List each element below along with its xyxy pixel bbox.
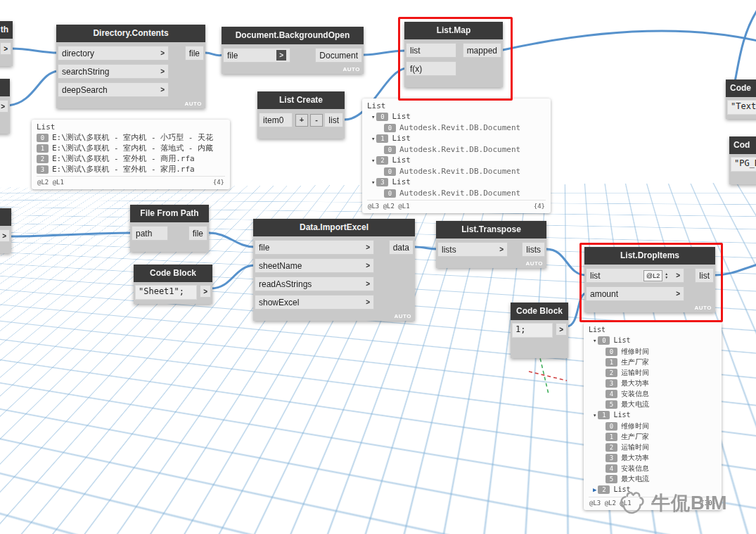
node-document-backgroundopen[interactable]: Document.BackgroundOpen file> Document A… (222, 27, 364, 74)
node-data-importexcel[interactable]: Data.ImportExcel file> sheetName> readAs… (253, 219, 415, 321)
index-badge: 4 (606, 464, 617, 473)
preview-root-label: List (367, 101, 546, 111)
port-input-directory[interactable]: directory> (58, 46, 169, 61)
node-title[interactable]: Document.BackgroundOpen (222, 27, 364, 44)
port-input-function[interactable]: f(x) (406, 61, 456, 76)
preview-root-label: List (589, 324, 717, 335)
node-list-map[interactable]: List.Map list f(x) mapped (404, 22, 503, 87)
port-input-sheetname[interactable]: sheetName> (255, 258, 374, 273)
port-input-amount[interactable]: amount> (586, 286, 684, 301)
node-code-right-top[interactable]: Code "Text (726, 80, 756, 119)
preview-root-label: List (37, 122, 225, 132)
node-fragment-left-mid[interactable]: > (0, 79, 10, 134)
port-input-list[interactable]: list @L2 ▲ ▼ > (586, 268, 684, 283)
wire[interactable] (503, 31, 756, 50)
wire[interactable] (8, 71, 58, 106)
node-title[interactable]: List.Transpose (436, 221, 546, 239)
index-badge: 3 (606, 379, 617, 388)
node-title[interactable]: Code Block (511, 303, 568, 320)
collapse-icon[interactable]: ▶ (593, 486, 596, 493)
port-input-lists[interactable]: lists> (437, 242, 508, 257)
node-title[interactable]: List.Map (404, 22, 503, 39)
port-input-readasstrings[interactable]: readAsStrings> (255, 276, 374, 291)
index-badge: 3 (376, 178, 388, 186)
node-title[interactable]: Code Block (134, 265, 212, 282)
node-code-right-bottom[interactable]: Cod "PG_DA (729, 136, 756, 184)
list-level-badge[interactable]: @L2 (643, 270, 662, 281)
index-badge: 2 (37, 155, 49, 163)
port-output[interactable]: > (0, 100, 8, 113)
code-block-editor[interactable]: 1; (512, 323, 553, 338)
port-output-list[interactable]: list (324, 113, 343, 127)
expand-icon[interactable]: ▾ (593, 412, 596, 419)
wire[interactable] (715, 265, 756, 275)
expand-icon[interactable]: ▾ (371, 157, 375, 164)
port-arrow-icon: > (366, 243, 370, 251)
port-arrow-icon: > (160, 49, 165, 57)
port-output-list[interactable]: list (695, 268, 714, 283)
level-stepper[interactable]: ▲ ▼ (665, 272, 668, 279)
port-input-item0[interactable]: item0 (259, 113, 293, 127)
port-output-mapped[interactable]: mapped (463, 43, 501, 58)
port-output-lists[interactable]: lists (522, 242, 545, 257)
wire[interactable] (364, 51, 406, 55)
node-title[interactable]: List Create (257, 91, 345, 109)
node-title[interactable]: Cod (729, 136, 756, 154)
wire[interactable] (567, 293, 586, 326)
node-code-block-one[interactable]: Code Block 1; > (511, 303, 568, 358)
port-output-file[interactable]: file (188, 226, 207, 241)
port-output[interactable]: > (556, 323, 567, 336)
wire[interactable] (209, 233, 255, 247)
node-list-dropitems[interactable]: List.DropItems list @L2 ▲ ▼ > amount> (584, 247, 715, 312)
node-title[interactable]: Directory.Contents (56, 25, 205, 42)
wire[interactable] (546, 249, 586, 275)
stepper-down-icon[interactable]: ▼ (665, 276, 668, 279)
port-arrow-icon: > (366, 298, 370, 306)
code-block-editor[interactable]: "Sheet1"; (135, 285, 197, 300)
port-output-data[interactable]: data (389, 240, 414, 255)
node-fragment-left-top[interactable]: th > (0, 21, 13, 66)
port-input-file[interactable]: file> (223, 48, 290, 63)
expand-icon[interactable]: ▾ (371, 113, 375, 120)
port-input-deepsearch[interactable]: deepSearch> (58, 82, 169, 97)
lacing-label: AUTO (525, 260, 543, 267)
node-list-create[interactable]: List Create item0 + - list (257, 91, 345, 139)
wire[interactable] (205, 53, 223, 56)
port-input-path[interactable]: path (132, 226, 168, 241)
index-badge: 0 (376, 113, 388, 121)
remove-input-button[interactable]: - (310, 114, 323, 127)
port-output[interactable]: > (0, 229, 10, 242)
lacing-label: AUTO (394, 313, 411, 319)
wire[interactable] (11, 49, 58, 53)
node-title[interactable]: Data.ImportExcel (253, 219, 415, 236)
port-input-list[interactable]: list (406, 43, 456, 58)
expand-icon[interactable]: ▾ (371, 135, 375, 142)
expand-icon[interactable]: ▾ (593, 337, 596, 344)
wire[interactable] (415, 247, 437, 249)
port-input-showexcel[interactable]: showExcel> (255, 295, 374, 310)
port-input-file[interactable]: file> (255, 240, 374, 255)
index-badge: 2 (606, 443, 617, 452)
wire[interactable] (211, 265, 255, 288)
node-code-block-sheet1[interactable]: Code Block "Sheet1"; > (134, 265, 212, 304)
add-input-button[interactable]: + (295, 114, 308, 127)
code-block-editor[interactable]: "Text (727, 100, 756, 115)
node-fragment-left-low[interactable]: > (0, 208, 11, 253)
node-title[interactable]: List.DropItems (584, 247, 715, 265)
port-output[interactable]: > (0, 42, 11, 55)
node-list-transpose[interactable]: List.Transpose lists> lists AUTO (436, 221, 546, 268)
port-output-file[interactable]: file (185, 46, 204, 61)
port-arrow-icon: > (676, 272, 680, 279)
expand-icon[interactable]: ▾ (371, 179, 375, 186)
node-title[interactable]: File From Path (130, 205, 209, 222)
node-directory-contents[interactable]: Directory.Contents directory> searchStri… (56, 25, 205, 108)
port-input-searchstring[interactable]: searchString> (58, 64, 169, 79)
code-block-editor[interactable]: "PG_DA (731, 157, 756, 172)
node-file-from-path[interactable]: File From Path path file (130, 205, 209, 252)
dynamo-workspace[interactable]: th > > > Directory.Contents directory> s… (0, 0, 756, 534)
wire[interactable] (11, 233, 132, 236)
node-title[interactable]: Code (726, 80, 756, 97)
index-badge: 4 (606, 390, 617, 398)
port-output-document[interactable]: Document (315, 48, 362, 63)
port-output[interactable]: > (200, 285, 211, 298)
